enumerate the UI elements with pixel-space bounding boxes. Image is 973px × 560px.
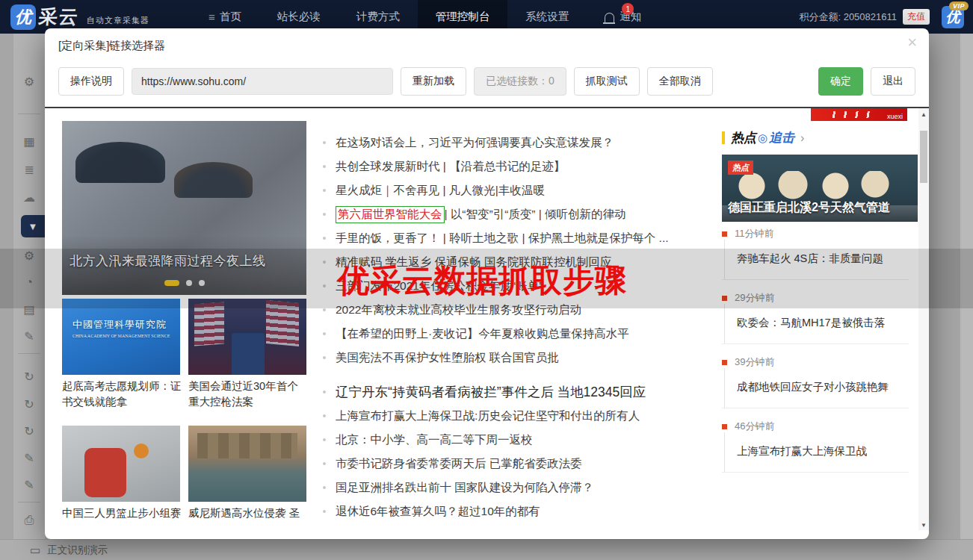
nav-billing-label: 计费方式 xyxy=(356,10,400,24)
hot-item[interactable]: 46分钟前 上海宣布打赢大上海保卫战 xyxy=(722,420,909,473)
edit-icon[interactable]: ✎ xyxy=(13,329,45,343)
thumb-caption[interactable]: 中国三人男篮止步小组赛 xyxy=(62,505,182,521)
xuexi-banner-text: xuexi xyxy=(887,113,903,120)
clock-icon[interactable]: ◔ xyxy=(13,276,45,289)
headline-link-selected[interactable]: 第六届世界智能大会 | 以“智变”引“质变” | 倾听创新的律动 xyxy=(323,202,711,226)
sidebar-item-demo[interactable]: ▭ 正文识别演示 xyxy=(30,544,108,557)
hot-pursuit-header[interactable]: 热点 ◎ 追击 › xyxy=(722,129,804,146)
gas-spheres-shape xyxy=(722,171,918,201)
hot-item-text[interactable]: 欧委会：马航MH17是被俄击落 xyxy=(737,316,909,330)
gear-icon[interactable]: ⚙ xyxy=(13,75,45,89)
hot-item[interactable]: 11分钟前 奔驰车起火 4S店：非质量问题 xyxy=(722,228,909,280)
sidebar-item-selected[interactable]: ▼ xyxy=(21,215,45,237)
scroll-up-icon[interactable]: ▲ xyxy=(918,111,929,118)
hot-title-black: 热点 xyxy=(731,129,756,146)
hot-item-text[interactable]: 奔驰车起火 4S店：非质量问题 xyxy=(737,252,909,266)
gear-small-icon[interactable]: ⚙ xyxy=(13,249,45,263)
headline-link[interactable]: 上海宣布打赢大上海保卫战:历史会记住坚守和付出的所有人 xyxy=(323,404,711,428)
headline-link[interactable]: 星火成炬｜不舍再见 | 凡人微光|丰收温暖 xyxy=(323,178,711,202)
hot-item-time: 11分钟前 xyxy=(722,228,909,240)
confirm-button[interactable]: 确定 xyxy=(818,67,863,96)
embedded-page: xuexi 北方入汛来最强降雨过程今夜上线 中國管理科學研究院CHINA ACA… xyxy=(45,107,929,530)
chevron-right-icon[interactable]: › xyxy=(800,131,804,145)
app-tagline: 自动文章采集器 xyxy=(87,15,149,26)
vip-badge: VIP xyxy=(949,1,969,10)
headline-link[interactable]: 手里的饭，更香了！ | 聆听土地之歌 | 保护黑土地就是保护每个 ... xyxy=(323,226,711,250)
carousel-image[interactable]: 北方入汛来最强降雨过程今夜上线 xyxy=(62,121,306,295)
carousel-dot[interactable] xyxy=(199,280,205,286)
edit-icon[interactable]: ✎ xyxy=(13,451,45,465)
selected-count-badge: 已选链接数：0 xyxy=(474,67,566,96)
thumb-caption[interactable]: 起底高考志愿规划师：证书交钱就能拿 xyxy=(62,379,182,410)
chart-icon[interactable]: ▦ xyxy=(13,134,45,149)
headline-link[interactable]: 退休近6年被查算久吗？超过10年的都有 xyxy=(323,500,711,523)
hot-item-text[interactable]: 成都地铁回应女子对小孩跳艳舞 xyxy=(737,380,909,394)
headline-link[interactable]: 共创全球发展新时代 | 【沿着总书记的足迹】 xyxy=(323,155,711,178)
exit-button[interactable]: 退出 xyxy=(871,67,915,96)
hot-item-time: 39分钟前 xyxy=(722,356,909,368)
help-button[interactable]: 操作说明 xyxy=(58,67,124,96)
hot-item-text[interactable]: 上海宣布打赢大上海保卫战 xyxy=(737,444,909,458)
carousel-caption[interactable]: 北方入汛来最强降雨过程今夜上线 xyxy=(70,252,266,270)
headline-link[interactable]: 市委书记跻身省委常委两天后 已掌舵省委政法委 xyxy=(323,452,711,476)
headline-link[interactable]: 精准赋码 学生返乡 保通保畅 国务院联防联控机制回应 xyxy=(323,250,711,274)
headline-link[interactable]: 美国宪法不再保护女性堕胎权 联合国官员批 xyxy=(323,346,711,370)
edit-icon[interactable]: ✎ xyxy=(13,478,45,492)
hot-title-blue: 追击 xyxy=(769,129,794,146)
hot-item-list: 11分钟前 奔驰车起火 4S店：非质量问题 29分钟前 欧委会：马航MH17是被… xyxy=(722,228,909,485)
thumb-image-basketball[interactable] xyxy=(62,426,180,502)
nav-settings-label: 系统设置 xyxy=(525,10,569,24)
hot-image-caption[interactable]: 德国正重启北溪2号天然气管道 xyxy=(728,200,890,216)
link-selector-modal: [定向采集]链接选择器 × 操作说明 重新加载 已选链接数：0 抓取测试 全部取… xyxy=(45,28,929,539)
nav-must-read-label: 站长必读 xyxy=(277,10,321,24)
vip-avatar[interactable]: 优 VIP xyxy=(942,6,964,28)
hot-item-time: 29分钟前 xyxy=(722,292,909,304)
thumb-caption[interactable]: 美国会通过近30年首个重大控枪法案 xyxy=(188,379,308,410)
carousel-dots xyxy=(62,280,306,286)
hot-item-time: 46分钟前 xyxy=(722,420,909,432)
url-input[interactable] xyxy=(132,68,393,95)
app-logo-icon: 优 xyxy=(10,4,36,30)
thumb-image-congress[interactable] xyxy=(188,299,306,375)
close-icon[interactable]: × xyxy=(907,34,917,51)
app-logo-text: 采云 xyxy=(37,4,80,29)
thumb-caption[interactable]: 威尼斯遇高水位侵袭 圣 xyxy=(188,505,308,521)
reload-button[interactable]: 重新加载 xyxy=(401,67,466,96)
sidebar-divider xyxy=(18,502,40,503)
capture-test-button[interactable]: 抓取测试 xyxy=(574,67,640,96)
hot-badge: 热点 xyxy=(728,161,753,175)
database-icon[interactable]: ▤ xyxy=(13,302,45,317)
carousel-dot[interactable] xyxy=(186,280,192,286)
refresh-icon[interactable]: ↻ xyxy=(13,397,45,411)
points-balance: 积分金额: 2050821611 xyxy=(799,10,897,24)
menu-icon: ≡ xyxy=(208,10,215,23)
refresh-icon[interactable]: ↻ xyxy=(13,424,45,438)
carousel-dot-active[interactable] xyxy=(164,280,179,286)
headline-link[interactable]: 北京：中小学、高一高二等下周一返校 xyxy=(323,428,711,452)
content-scrollbar[interactable]: ▲ ▼ xyxy=(918,108,929,530)
sidebar-divider xyxy=(18,353,40,354)
modal-toolbar: 操作说明 重新加载 已选链接数：0 抓取测试 全部取消 确定 退出 xyxy=(58,67,915,96)
headline-link[interactable]: 三部门发布2021年住房公积金年度“账单” xyxy=(323,274,711,298)
scrollbar-thumb[interactable] xyxy=(920,131,927,183)
thumb-image-venice[interactable] xyxy=(188,426,306,502)
list-icon[interactable]: ≣ xyxy=(13,163,45,177)
hot-item[interactable]: 29分钟前 欧委会：马航MH17是被俄击落 xyxy=(722,292,909,344)
hot-item[interactable]: 39分钟前 成都地铁回应女子对小孩跳艳舞 xyxy=(722,356,909,408)
page-scrollbar[interactable] xyxy=(960,34,973,560)
printer-icon[interactable]: ⎙ xyxy=(13,514,45,527)
cancel-all-button[interactable]: 全部取消 xyxy=(647,67,713,96)
headline-link[interactable]: 辽宁丹东“持黄码者看病被拦”事件之后 当地12345回应 xyxy=(323,380,711,404)
headline-link[interactable]: 在这场对话会上，习近平为何强调要真心实意谋发展？ xyxy=(323,131,711,155)
thumb-image-academy[interactable]: 中國管理科學研究院CHINA ACADEMY OF MANAGEMENT SCI… xyxy=(62,299,180,375)
recharge-button[interactable]: 充值 xyxy=(903,9,930,25)
headline-link[interactable]: 【在希望的田野上·麦收记】今年夏粮收购总量保持高水平 xyxy=(323,322,711,346)
xuexi-banner[interactable]: xuexi xyxy=(811,108,907,121)
headline-link[interactable]: 2022年离校未就业高校毕业生服务攻坚行动启动 xyxy=(323,298,711,322)
cloud-upload-icon[interactable]: ☁ xyxy=(13,190,45,205)
scroll-down-icon[interactable]: ▼ xyxy=(918,522,929,529)
sidebar-divider xyxy=(18,113,40,114)
headline-link[interactable]: 国足亚洲排名跌出前十 国家队建设为何陷入停滞？ xyxy=(323,476,711,500)
refresh-icon[interactable]: ↻ xyxy=(13,370,45,384)
hot-image[interactable]: 热点 德国正重启北溪2号天然气管道 xyxy=(722,155,918,222)
